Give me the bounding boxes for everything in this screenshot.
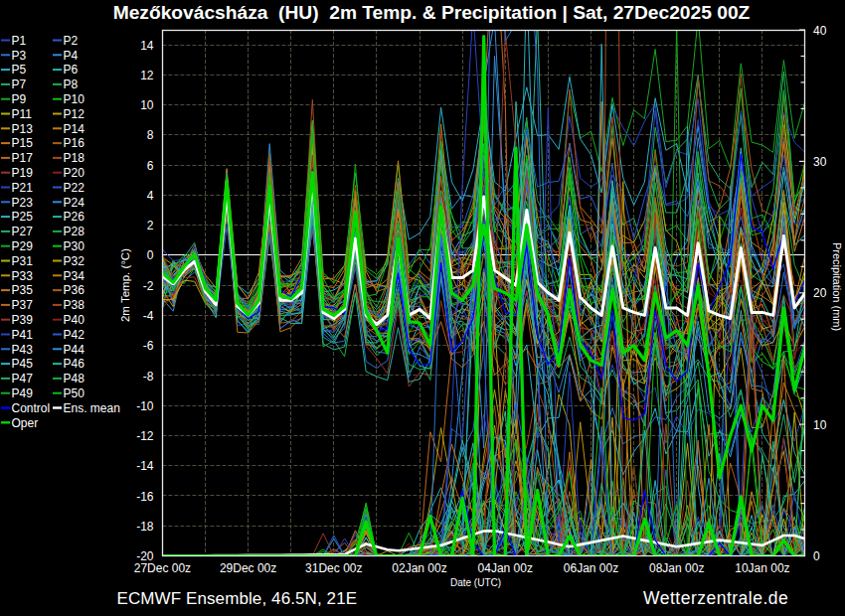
svg-text:0: 0 [813, 549, 820, 563]
svg-text:-16: -16 [136, 490, 154, 504]
svg-text:P14: P14 [64, 122, 85, 136]
svg-text:12: 12 [140, 69, 154, 82]
svg-text:P26: P26 [64, 210, 85, 224]
svg-text:4: 4 [147, 189, 154, 203]
svg-text:P21: P21 [12, 181, 34, 195]
svg-text:P4: P4 [64, 49, 79, 63]
svg-text:P44: P44 [64, 343, 85, 357]
svg-text:04Jan 00z: 04Jan 00z [478, 561, 533, 575]
svg-text:2m Temp. (°C): 2m Temp. (°C) [119, 248, 131, 322]
svg-text:P38: P38 [64, 298, 85, 312]
svg-text:10Jan 00z: 10Jan 00z [735, 561, 789, 575]
svg-text:P1: P1 [12, 34, 27, 48]
svg-text:P5: P5 [12, 63, 27, 77]
svg-text:P18: P18 [64, 151, 85, 165]
svg-text:P25: P25 [12, 210, 34, 224]
svg-text:P47: P47 [12, 372, 34, 385]
svg-text:-18: -18 [136, 520, 154, 534]
svg-text:P30: P30 [64, 239, 85, 253]
svg-text:10: 10 [813, 418, 827, 432]
svg-text:P22: P22 [64, 181, 85, 195]
svg-text:P49: P49 [12, 386, 34, 400]
svg-text:P32: P32 [64, 254, 85, 268]
svg-text:0: 0 [147, 248, 154, 262]
svg-text:-12: -12 [136, 429, 154, 443]
svg-text:P24: P24 [64, 196, 85, 210]
svg-text:P16: P16 [64, 136, 85, 150]
svg-text:P11: P11 [12, 107, 33, 121]
svg-text:P48: P48 [64, 372, 85, 385]
svg-text:P10: P10 [64, 92, 85, 106]
svg-text:-10: -10 [136, 399, 154, 413]
svg-text:P8: P8 [64, 77, 79, 91]
svg-text:P43: P43 [12, 343, 34, 357]
svg-text:20: 20 [813, 286, 827, 300]
svg-text:P34: P34 [64, 269, 85, 283]
svg-text:-8: -8 [143, 370, 154, 384]
svg-text:Ens. mean: Ens. mean [64, 401, 120, 415]
svg-text:P40: P40 [64, 313, 85, 327]
svg-text:Control: Control [12, 401, 51, 415]
svg-text:29Dec 00z: 29Dec 00z [220, 561, 276, 575]
svg-text:-6: -6 [143, 339, 154, 353]
svg-text:P36: P36 [64, 283, 85, 297]
svg-text:27Dec 00z: 27Dec 00z [134, 561, 191, 575]
svg-text:6: 6 [147, 159, 154, 173]
svg-text:P50: P50 [64, 386, 85, 400]
svg-text:06Jan 00z: 06Jan 00z [564, 561, 618, 575]
svg-text:-4: -4 [143, 309, 154, 323]
svg-text:P13: P13 [12, 122, 34, 136]
svg-text:14: 14 [140, 39, 154, 53]
svg-text:ECMWF Ensemble, 46.5N, 21E: ECMWF Ensemble, 46.5N, 21E [117, 589, 358, 608]
svg-text:30: 30 [813, 155, 827, 169]
svg-text:P19: P19 [12, 166, 34, 180]
svg-text:P20: P20 [64, 166, 85, 180]
svg-text:P12: P12 [64, 107, 85, 121]
svg-text:10: 10 [140, 98, 154, 112]
svg-text:P27: P27 [12, 225, 34, 238]
svg-text:Oper: Oper [12, 416, 39, 430]
svg-text:31Dec 00z: 31Dec 00z [305, 561, 362, 575]
svg-text:-14: -14 [136, 459, 154, 473]
svg-text:P7: P7 [12, 77, 27, 91]
svg-text:-2: -2 [143, 279, 154, 293]
svg-text:08Jan 00z: 08Jan 00z [649, 561, 704, 575]
svg-text:P37: P37 [12, 298, 34, 312]
svg-text:P2: P2 [64, 34, 79, 48]
svg-text:02Jan 00z: 02Jan 00z [392, 561, 446, 575]
svg-text:P45: P45 [12, 357, 34, 371]
svg-text:40: 40 [813, 24, 827, 38]
svg-text:8: 8 [147, 128, 154, 142]
svg-text:P9: P9 [12, 92, 27, 106]
svg-text:P17: P17 [12, 151, 34, 165]
svg-text:P6: P6 [64, 63, 79, 77]
svg-text:P35: P35 [12, 283, 34, 297]
svg-text:Wetterzentrale.de: Wetterzentrale.de [643, 588, 788, 608]
svg-text:P23: P23 [12, 196, 34, 210]
svg-text:2: 2 [147, 219, 154, 232]
svg-text:Date (UTC): Date (UTC) [450, 577, 501, 588]
svg-text:P39: P39 [12, 313, 34, 327]
svg-text:P15: P15 [12, 136, 34, 150]
svg-text:Precipitation (mm): Precipitation (mm) [831, 242, 843, 331]
svg-text:Mezőkovácsháza (HU) 2m Temp.: Mezőkovácsháza (HU) 2m Temp. & Precipita… [113, 2, 751, 23]
svg-text:P42: P42 [64, 328, 85, 342]
svg-text:P46: P46 [64, 357, 85, 371]
svg-text:P41: P41 [12, 328, 34, 342]
svg-text:P33: P33 [12, 269, 34, 283]
svg-text:P28: P28 [64, 225, 85, 238]
svg-text:P29: P29 [12, 239, 34, 253]
svg-text:P3: P3 [12, 49, 27, 63]
svg-text:P31: P31 [12, 254, 34, 268]
